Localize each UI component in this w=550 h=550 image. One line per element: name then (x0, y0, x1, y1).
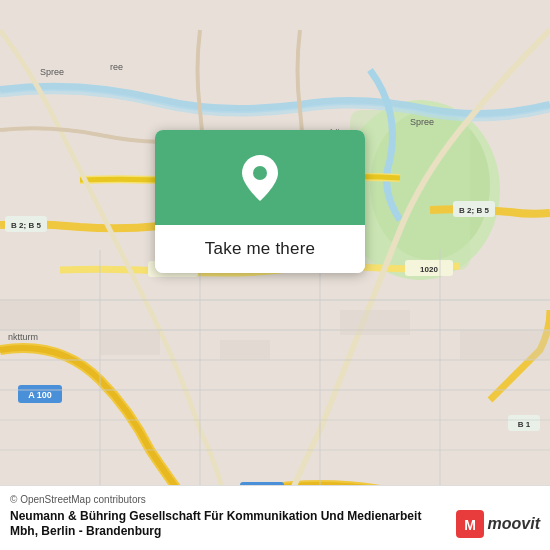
svg-text:A 100: A 100 (28, 390, 52, 400)
location-info-row: Neumann & Bühring Gesellschaft Für Kommu… (10, 509, 540, 540)
svg-rect-37 (220, 340, 270, 360)
moovit-brand-text: moovit (488, 515, 540, 533)
map-pin-icon (240, 153, 280, 203)
svg-text:Spree: Spree (40, 67, 64, 77)
location-card: Take me there (155, 130, 365, 273)
svg-text:ree: ree (110, 62, 123, 72)
card-green-header (155, 130, 365, 225)
moovit-icon: M (456, 510, 484, 538)
svg-rect-36 (100, 330, 160, 355)
svg-rect-39 (460, 330, 550, 360)
osm-attribution: © OpenStreetMap contributors (10, 494, 540, 505)
svg-rect-35 (0, 300, 80, 330)
svg-rect-38 (340, 310, 410, 335)
svg-text:B 2; B 5: B 2; B 5 (459, 206, 489, 215)
svg-point-40 (253, 166, 267, 180)
take-me-there-button[interactable]: Take me there (155, 225, 365, 273)
bottom-bar: © OpenStreetMap contributors Neumann & B… (0, 485, 550, 550)
svg-text:1020: 1020 (420, 265, 438, 274)
svg-text:nktturm: nktturm (8, 332, 38, 342)
map-background: A 100 A 100 L 1000 L 1020 1020 B 2; B 5 … (0, 0, 550, 550)
svg-text:B 1: B 1 (518, 420, 531, 429)
svg-text:M: M (464, 517, 476, 533)
moovit-logo: M moovit (456, 510, 540, 538)
svg-rect-3 (350, 110, 470, 270)
location-name: Neumann & Bühring Gesellschaft Für Kommu… (10, 509, 448, 540)
svg-rect-0 (0, 30, 550, 520)
svg-text:Spree: Spree (410, 117, 434, 127)
map-container: A 100 A 100 L 1000 L 1020 1020 B 2; B 5 … (0, 0, 550, 550)
svg-text:B 2; B 5: B 2; B 5 (11, 221, 41, 230)
